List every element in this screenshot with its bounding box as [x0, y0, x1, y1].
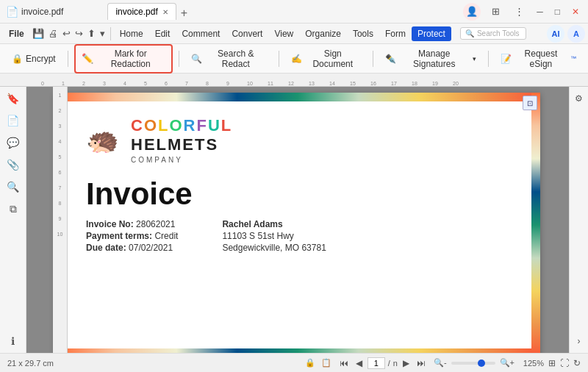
client-address1-row: 11103 S 51st Hwy [222, 231, 326, 241]
encrypt-label: Encrypt [26, 54, 56, 64]
vruler-8: 8 [59, 201, 62, 206]
tab-close-button[interactable]: ✕ [162, 8, 168, 16]
sidebar-search-icon[interactable]: 🔍 [4, 178, 22, 196]
zoom-level: 125% [519, 359, 544, 368]
vertical-ruler: 1 2 3 4 5 6 7 8 9 10 [53, 87, 68, 353]
ruler-mark-8: 8 [206, 81, 226, 86]
search-tools-icon: 🔍 [465, 29, 474, 37]
company-name-colorful: COLORFUL [131, 116, 232, 135]
status-icon-2: 📋 [321, 358, 331, 368]
vruler-1: 1 [59, 93, 62, 98]
title-bar: 📄 invoice.pdf invoice.pdf ✕ + 👤 ⊞ ⋮ ─ □ … [0, 0, 588, 24]
search-redact-button[interactable]: 🔍 Search & Redact [185, 46, 273, 72]
search-tools-label: Search Tools [477, 29, 520, 37]
mark-for-redaction-button[interactable]: ✏️ Mark for Redaction [74, 44, 173, 74]
company-sub-text: COMPANY [131, 156, 183, 164]
encrypt-button[interactable]: 🔒 Encrypt [6, 51, 62, 67]
client-address2: Sedgewickville, MO 63781 [222, 243, 326, 253]
help-button[interactable]: ↻ [573, 358, 581, 368]
last-page-button[interactable]: ⏭ [415, 358, 428, 368]
right-sidebar-settings-icon[interactable]: ⚙ [570, 90, 588, 107]
toolbar-undo-icon[interactable]: ↩ [60, 28, 73, 39]
sidebar-comment-icon[interactable]: 💬 [4, 134, 22, 151]
pdf-tab[interactable]: invoice.pdf ✕ [107, 3, 176, 20]
client-address1: 11103 S 51st Hwy [222, 231, 293, 241]
menu-edit[interactable]: Edit [149, 26, 176, 41]
toolbar-dropdown-icon[interactable]: ▾ [98, 28, 107, 39]
sep1 [68, 51, 68, 67]
page-border-bottom [55, 348, 540, 353]
payment-label: Payment terms: [86, 231, 152, 241]
menu-dots-icon[interactable]: ⋮ [510, 3, 528, 21]
ruler-mark-0: 0 [41, 81, 62, 86]
page-border-top [55, 93, 540, 101]
sidebar-attachment-icon[interactable]: 📎 [4, 156, 22, 174]
sidebar-bookmark-icon[interactable]: 🔖 [4, 90, 22, 107]
search-tools-input[interactable]: 🔍 Search Tools [460, 27, 526, 40]
hedgehog-icon: 🦔 [86, 125, 119, 155]
manage-signatures-button[interactable]: ✒️ Manage Signatures ▾ [379, 46, 482, 72]
letter-o2: O [169, 116, 183, 135]
request-esign-button[interactable]: 📝 Request eSign ™ [495, 46, 582, 72]
layout-icon[interactable]: ⊞ [487, 3, 504, 21]
ruler-mark-2: 2 [82, 81, 103, 86]
next-page-button[interactable]: ▶ [401, 358, 412, 368]
search-tools-area: 🔍 Search Tools [457, 27, 526, 40]
toolbar-share-icon[interactable]: ⬆ [85, 28, 98, 39]
title-bar-filename: invoice.pdf [21, 7, 63, 17]
menu-view[interactable]: View [268, 26, 299, 41]
zoom-thumb [478, 360, 485, 367]
ms-icon[interactable]: A [567, 25, 585, 43]
sidebar-info-icon[interactable]: ℹ [4, 332, 22, 350]
helmets-text: HELMETS [131, 135, 218, 154]
letter-f: F [196, 116, 207, 135]
menu-protect[interactable]: Protect [412, 26, 451, 41]
zoom-in-button[interactable]: 🔍+ [500, 358, 514, 368]
invoice-number-value: 28062021 [136, 219, 175, 229]
menu-home[interactable]: Home [114, 26, 149, 41]
client-name-row: Rachel Adams [222, 219, 326, 229]
new-tab-button[interactable]: + [178, 7, 190, 20]
toolbar-print-icon[interactable]: 🖨 [46, 28, 60, 39]
sidebar-page-icon[interactable]: 📄 [4, 112, 22, 129]
page-number-input[interactable]: 1 [368, 357, 385, 369]
company-sub-name: COMPANY [131, 154, 232, 165]
menu-comment[interactable]: Comment [176, 26, 226, 41]
menu-form[interactable]: Form [379, 26, 412, 41]
pdf-viewer[interactable]: 1 2 3 4 5 6 7 8 9 10 ⊡ [26, 87, 569, 353]
menu-file[interactable]: File [3, 26, 30, 41]
sign-document-icon: ✍️ [291, 54, 302, 64]
right-sidebar-expand-icon[interactable]: › [570, 332, 588, 350]
sign-document-button[interactable]: ✍️ Sign Document [285, 46, 367, 72]
minimize-button[interactable]: ─ [534, 5, 546, 18]
company-helmets-name: HELMETS [131, 135, 232, 154]
prev-page-button[interactable]: ◀ [354, 358, 365, 368]
vruler-5: 5 [59, 154, 62, 160]
ai-assistant-icon[interactable]: AI [547, 25, 564, 43]
fit-page-button[interactable]: ⊞ [548, 358, 556, 368]
zoom-out-button[interactable]: 🔍- [434, 358, 447, 368]
tab-label: invoice.pdf [115, 7, 157, 17]
menu-convert[interactable]: Convert [226, 26, 268, 41]
sidebar-layers-icon[interactable]: ⧉ [4, 200, 22, 218]
vruler-2: 2 [59, 108, 62, 113]
mark-redaction-icon: ✏️ [82, 53, 93, 64]
toolbar-save-icon[interactable]: 💾 [30, 28, 46, 39]
menu-bar: File 💾 🖨 ↩ ↪ ⬆ ▾ Home Edit Comment Conve… [0, 24, 588, 44]
page-thumbnail-icon[interactable]: ⊡ [523, 96, 537, 110]
fullscreen-button[interactable]: ⛶ [560, 358, 569, 368]
page-total: n [393, 359, 398, 368]
close-button[interactable]: ✕ [569, 5, 582, 18]
user-icon[interactable]: 👤 [463, 3, 481, 21]
ruler-mark-5: 5 [144, 81, 165, 86]
zoom-slider[interactable] [451, 362, 495, 365]
ruler-mark-11: 11 [268, 81, 288, 86]
first-page-button[interactable]: ⏮ [337, 358, 351, 368]
menu-tools[interactable]: Tools [347, 26, 379, 41]
ai-label: AI [552, 29, 560, 38]
toolbar-redo-icon[interactable]: ↪ [73, 28, 85, 39]
page-border-right [531, 93, 540, 353]
client-address2-row: Sedgewickville, MO 63781 [222, 243, 326, 253]
menu-organize[interactable]: Organize [299, 26, 347, 41]
maximize-button[interactable]: □ [552, 5, 563, 18]
